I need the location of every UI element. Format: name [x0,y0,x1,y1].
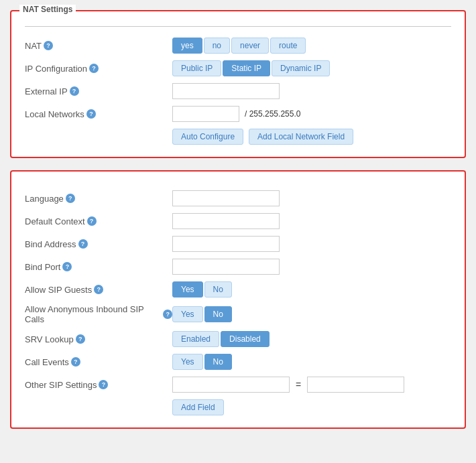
call-events-buttons: Yes No [172,354,232,370]
bind-port-row: Bind Port ? [25,259,451,275]
anonymous-yes-button[interactable]: Yes [172,306,203,322]
other-sip-settings-help-icon[interactable]: ? [99,380,108,389]
nat-route-button[interactable]: route [270,38,306,54]
bind-address-row: Bind Address ? [25,236,451,252]
srv-disabled-button[interactable]: Disabled [221,331,270,347]
bind-port-controls [172,259,280,275]
default-context-input[interactable] [172,213,280,229]
external-ip-help-icon[interactable]: ? [70,86,79,96]
allow-anonymous-buttons: Yes No [172,306,232,322]
nat-label: NAT ? [25,41,172,51]
add-field-button-row: Add Field [172,399,451,415]
default-context-row: Default Context ? [25,213,451,229]
add-local-network-button[interactable]: Add Local Network Field [249,129,353,145]
slash-separator: / 255.255.255.0 [245,109,300,119]
bind-port-input[interactable] [172,259,280,275]
ip-config-help-icon[interactable]: ? [89,64,99,73]
allow-sip-guests-buttons: Yes No [172,281,232,297]
language-help-icon[interactable]: ? [66,194,75,203]
external-ip-label: External IP ? [25,86,172,96]
ip-configuration-label: IP Configuration ? [25,64,172,74]
other-sip-key-input[interactable] [172,377,290,393]
call-events-no-button[interactable]: No [204,354,232,370]
local-networks-label: Local Networks ? [25,109,172,119]
bind-address-controls [172,236,280,252]
nat-button-group: yes no never route [172,38,306,54]
ip-config-button-group: Public IP Static IP Dynamic IP [172,60,330,76]
other-sip-settings-label: Other SIP Settings ? [25,380,172,390]
srv-lookup-row: SRV Lookup ? Enabled Disabled [25,331,451,347]
auto-configure-button[interactable]: Auto Configure [172,129,243,145]
allow-anonymous-row: Allow Anonymous Inbound SIP Calls ? Yes … [25,304,451,324]
local-networks-row: Local Networks ? / 255.255.255.0 [25,106,451,122]
local-networks-help-icon[interactable]: ? [86,109,96,119]
nat-no-button[interactable]: no [204,38,230,54]
allow-anonymous-help-icon[interactable]: ? [163,310,172,319]
sip-settings-section: Language ? Default Context ? Bind Addres… [10,170,466,429]
sip-guests-no-button[interactable]: No [204,281,232,297]
default-context-label: Default Context ? [25,216,172,226]
other-sip-settings-controls: = [172,377,404,393]
allow-sip-guests-row: Allow SIP Guests ? Yes No [25,281,451,297]
srv-lookup-buttons: Enabled Disabled [172,331,270,347]
static-ip-button[interactable]: Static IP [223,60,270,76]
srv-lookup-help-icon[interactable]: ? [76,334,85,344]
add-field-button[interactable]: Add Field [172,399,224,415]
call-events-row: Call Events ? Yes No [25,354,451,370]
call-events-yes-button[interactable]: Yes [172,354,203,370]
nat-row: NAT ? yes no never route [25,38,451,54]
srv-lookup-label: SRV Lookup ? [25,334,172,344]
external-ip-row: External IP ? [25,83,451,99]
allow-sip-guests-help-icon[interactable]: ? [94,285,103,294]
section-divider [25,26,451,27]
default-context-controls [172,213,280,229]
language-controls [172,190,280,206]
bind-address-label: Bind Address ? [25,239,172,249]
other-sip-settings-row: Other SIP Settings ? = [25,377,451,393]
ip-configuration-row: IP Configuration ? Public IP Static IP D… [25,60,451,76]
bind-address-help-icon[interactable]: ? [78,239,88,249]
srv-enabled-button[interactable]: Enabled [172,331,219,347]
anonymous-no-button[interactable]: No [204,306,232,322]
bind-port-help-icon[interactable]: ? [62,262,72,271]
language-label: Language ? [25,194,172,204]
allow-anonymous-label: Allow Anonymous Inbound SIP Calls ? [25,304,172,324]
bind-address-input[interactable] [172,236,280,252]
language-input[interactable] [172,190,280,206]
equals-sign: = [296,379,301,390]
public-ip-button[interactable]: Public IP [172,60,221,76]
local-networks-input[interactable] [172,106,239,122]
call-events-label: Call Events ? [25,357,172,367]
nat-help-icon[interactable]: ? [44,41,53,50]
nat-yes-button[interactable]: yes [172,38,202,54]
other-sip-value-input[interactable] [307,377,404,393]
default-context-help-icon[interactable]: ? [87,216,97,226]
nat-settings-title: NAT Settings [19,5,76,14]
nat-action-buttons: Auto Configure Add Local Network Field [172,129,451,145]
call-events-help-icon[interactable]: ? [71,357,80,367]
nat-never-button[interactable]: never [231,38,269,54]
language-row: Language ? [25,190,451,206]
external-ip-input[interactable] [172,83,280,99]
bind-port-label: Bind Port ? [25,262,172,272]
external-ip-controls [172,83,280,99]
dynamic-ip-button[interactable]: Dynamic IP [272,60,330,76]
local-networks-controls: / 255.255.255.0 [172,106,303,122]
allow-sip-guests-label: Allow SIP Guests ? [25,285,172,295]
nat-settings-section: NAT Settings NAT ? yes no never route IP… [10,10,466,158]
sip-guests-yes-button[interactable]: Yes [172,281,203,297]
